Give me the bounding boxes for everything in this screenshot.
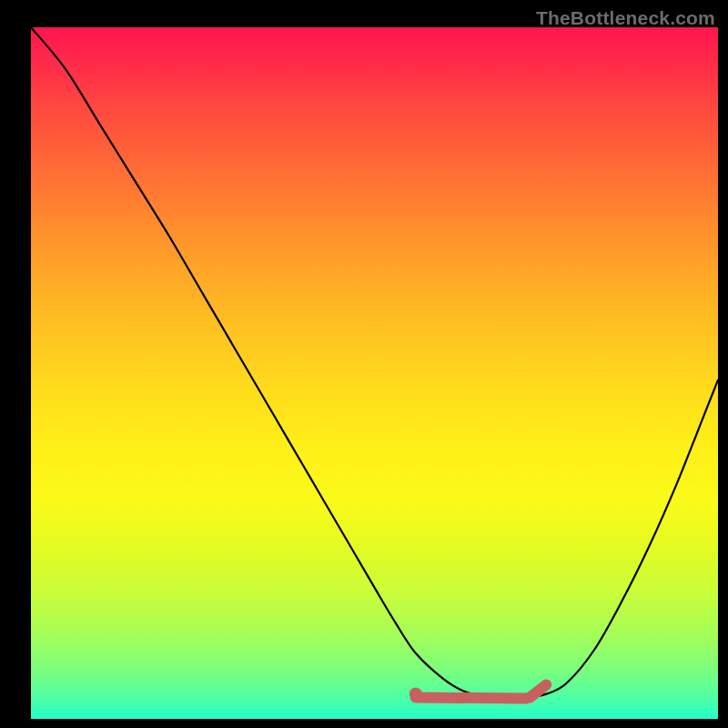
minimum-start-dot xyxy=(410,687,422,700)
watermark-text: TheBottleneck.com xyxy=(536,7,715,29)
bottleneck-curve xyxy=(31,27,718,698)
minimum-band xyxy=(416,684,546,698)
plot-area xyxy=(31,27,718,719)
chart-svg xyxy=(31,27,718,719)
